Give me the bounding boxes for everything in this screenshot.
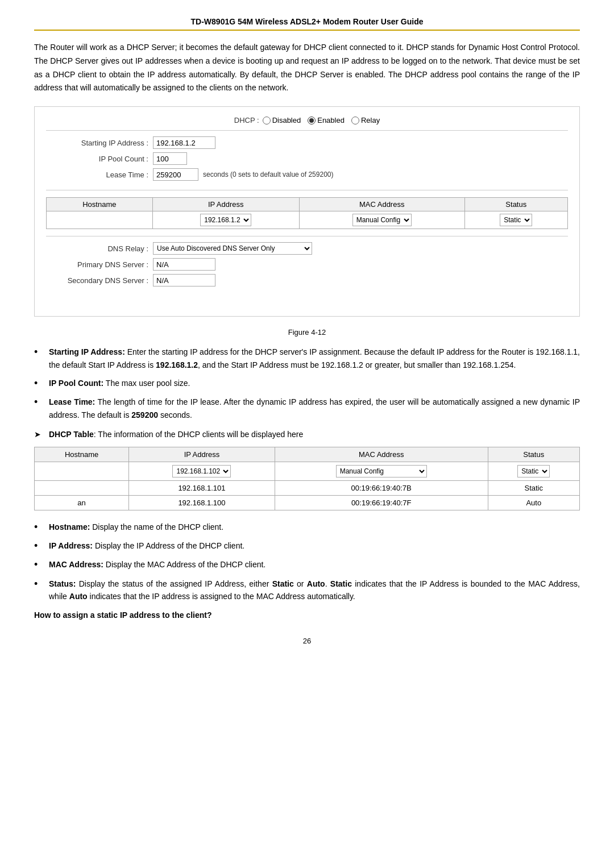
bullet-text-2: IP Pool Count: The max user pool size. [49,377,190,389]
cb-text-1: Hostname: Display the name of the DHCP c… [49,521,223,533]
clients-status-1: Static [488,462,580,480]
dhcp-enabled-radio[interactable] [308,117,316,124]
dhcp-config-box: DHCP : Disabled Enabled Relay Starting [34,106,580,317]
client-bullet-ip: • IP Address: Display the IP Address of … [34,539,580,553]
bold-lease-time: Lease Time: [49,397,95,406]
dns-section: DNS Relay : Use Auto Discovered DNS Serv… [46,236,568,296]
ip-pool-input[interactable] [153,152,187,165]
dns-relay-label: DNS Relay : [46,244,148,253]
starting-ip-label: Starting IP Address : [57,139,148,147]
clients-status-select-1[interactable]: Static [517,465,550,477]
clients-row-3: an 192.168.1.100 00:19:66:19:40:7F Auto [35,495,580,510]
cb-text-3: MAC Address: Display the MAC Address of … [49,558,265,571]
arrow-text: DHCP Table: The information of the DHCP … [49,428,303,441]
primary-dns-row: Primary DNS Server : [46,258,568,271]
clients-hostname-1 [35,462,129,480]
dhcp-relay-option[interactable]: Relay [351,116,380,124]
dhcp-disabled-option[interactable]: Disabled [263,116,301,124]
clients-row-1: 192.168.1.102 Manual Config Static [35,462,580,480]
clients-mac-1: Manual Config [275,462,488,480]
cb-auto-1: Auto [307,579,325,588]
starting-ip-input[interactable] [153,136,215,149]
cb-static-1: Static [272,579,294,588]
clients-mac-2: 00:19:66:19:40:7B [275,480,488,495]
clients-col-mac: MAC Address [275,447,488,462]
bullet-dot-2: • [34,377,47,390]
cb-text-2: IP Address: Display the IP Address of th… [49,539,244,552]
dns-relay-select[interactable]: Use Auto Discovered DNS Server Only [153,242,312,255]
clients-ip-2: 192.168.1.101 [129,480,275,495]
clients-col-status: Status [488,447,580,462]
page-header: TD-W8901G 54M Wireless ADSL2+ Modem Rout… [34,17,580,31]
table-row: 192.168.1.2 Manual Config Static [47,211,568,229]
cb-dot-1: • [34,521,47,534]
bullet-text-3: Lease Time: The length of time for the I… [49,396,580,421]
status-select[interactable]: Static [500,214,532,226]
dhcp-radio-row: DHCP : Disabled Enabled Relay [46,116,568,124]
dhcp-relay-radio[interactable] [351,117,359,124]
dhcp-table-arrow-item: ➤ DHCP Table: The information of the DHC… [34,428,580,441]
header-title: 54M Wireless ADSL2+ Modem Router User Gu… [238,17,424,26]
page-container: TD-W8901G 54M Wireless ADSL2+ Modem Rout… [0,0,614,679]
primary-dns-label: Primary DNS Server : [46,260,148,269]
cb-static-2: Static [330,579,352,588]
dhcp-clients-table: Hostname IP Address MAC Address Status 1… [34,447,580,510]
secondary-dns-input[interactable] [153,274,215,286]
dhcp-enabled-option[interactable]: Enabled [308,116,345,124]
clients-hostname-2 [35,480,129,495]
cb-dot-2: • [34,539,47,553]
client-bullet-list: • Hostname: Display the name of the DHCP… [34,521,580,603]
lease-time-label: Lease Time : [57,171,148,179]
clients-row-2: 192.168.1.101 00:19:66:19:40:7B Static [35,480,580,495]
cell-hostname [47,211,153,229]
lease-time-note: seconds (0 sets to default value of 2592… [203,171,333,178]
cell-mac: Manual Config [299,211,464,229]
lease-time-input[interactable] [153,168,198,181]
dhcp-relay-label: Relay [361,116,380,124]
bullet-dot-3: • [34,396,47,409]
clients-ip-3: 192.168.1.100 [129,495,275,510]
dhcp-config-table: Hostname IP Address MAC Address Status 1… [46,197,568,229]
bullet-starting-ip: • Starting IP Address: Enter the startin… [34,346,580,371]
lease-time-row: Lease Time : seconds (0 sets to default … [57,168,557,181]
ip-select[interactable]: 192.168.1.2 [200,214,251,226]
cb-bold-1: Hostname: [49,522,90,531]
dhcp-radio-group: Disabled Enabled Relay [263,116,380,124]
clients-col-hostname: Hostname [35,447,129,462]
col-mac-address: MAC Address [299,198,464,211]
col-ip-address: IP Address [152,198,299,211]
cb-dot-4: • [34,578,47,591]
ip-pool-row: IP Pool Count : [57,152,557,165]
dhcp-disabled-label: Disabled [272,116,301,124]
dhcp-enabled-label: Enabled [317,116,345,124]
mac-config-select[interactable]: Manual Config [352,214,412,226]
clients-hostname-3: an [35,495,129,510]
secondary-dns-row: Secondary DNS Server : [46,274,568,286]
client-bullet-status: • Status: Display the status of the assi… [34,578,580,603]
ip-pool-label: IP Pool Count : [57,155,148,163]
clients-mac-select-1[interactable]: Manual Config [336,465,427,477]
dhcp-label: DHCP : [234,116,259,124]
bold-dhcp-table: DHCP Table [49,430,94,439]
cb-dot-3: • [34,558,47,571]
page-number: 26 [34,637,580,645]
clients-ip-select-1[interactable]: 192.168.1.102 [172,465,231,477]
col-status: Status [464,198,567,211]
cb-text-4: Status: Display the status of the assign… [49,578,580,603]
bullet-text-1: Starting IP Address: Enter the starting … [49,346,580,371]
client-bullet-hostname: • Hostname: Display the name of the DHCP… [34,521,580,534]
bold-starting-ip: Starting IP Address: [49,347,125,356]
cell-ip: 192.168.1.2 [152,211,299,229]
figure-caption: Figure 4-12 [34,328,580,337]
dhcp-disabled-radio[interactable] [263,117,271,124]
arrow-symbol: ➤ [34,428,49,441]
bullet-ip-pool: • IP Pool Count: The max user pool size. [34,377,580,390]
bold-192: 192.168.1.2 [156,360,198,369]
clients-col-ip: IP Address [129,447,275,462]
starting-ip-row: Starting IP Address : [57,136,557,149]
intro-paragraph: The Router will work as a DHCP Server; i… [34,41,580,95]
bullet-lease-time: • Lease Time: The length of time for the… [34,396,580,421]
bold-259200: 259200 [131,410,158,420]
primary-dns-input[interactable] [153,258,215,271]
clients-status-3: Auto [488,495,580,510]
